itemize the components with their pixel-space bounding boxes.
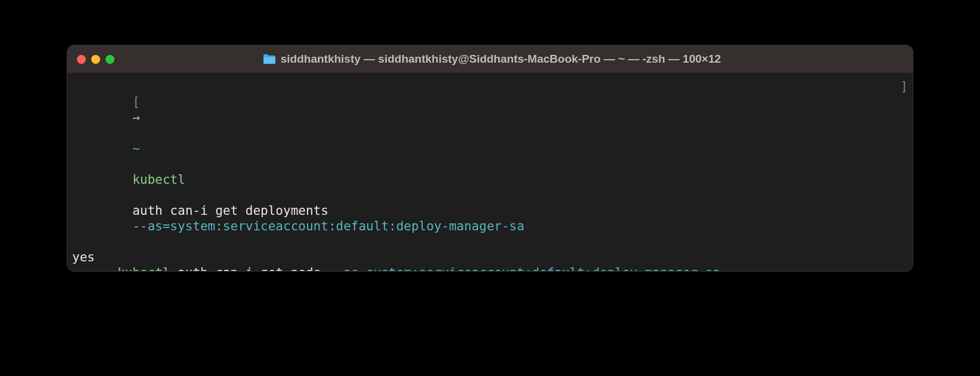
command-line-2: → ~ kubectl auth can-i get pods --as=sys…	[72, 265, 908, 272]
prompt-arrow-icon: →	[132, 110, 140, 125]
bracket-close: ]	[900, 79, 908, 249]
terminal-window[interactable]: siddhantkhisty — siddhantkhisty@Siddhant…	[67, 45, 913, 272]
output-line-1: yes	[72, 249, 908, 265]
output-text: yes	[72, 249, 95, 265]
title-text: siddhantkhisty — siddhantkhisty@Siddhant…	[281, 53, 721, 66]
command-line-1: [ → ~ kubectl auth can-i get deployments…	[72, 79, 908, 249]
command-name: kubectl	[117, 265, 170, 272]
title-bar[interactable]: siddhantkhisty — siddhantkhisty@Siddhant…	[67, 45, 913, 73]
folder-icon	[263, 54, 276, 64]
command-args: auth can-i get pods	[178, 265, 328, 272]
bracket-open: [	[132, 95, 140, 109]
command-args: auth can-i get deployments	[132, 204, 336, 218]
command-flag: --as=system:serviceaccount:default:deplo…	[328, 265, 720, 272]
prompt-arrow-icon: →	[80, 265, 88, 272]
terminal-body[interactable]: [ → ~ kubectl auth can-i get deployments…	[67, 73, 913, 271]
command-flag: --as=system:serviceaccount:default:deplo…	[132, 219, 524, 233]
prompt-tilde: ~	[103, 265, 110, 272]
minimize-icon[interactable]	[91, 55, 100, 64]
close-icon[interactable]	[77, 55, 86, 64]
prompt-tilde: ~	[132, 141, 140, 156]
traffic-lights	[77, 55, 114, 64]
maximize-icon[interactable]	[106, 55, 114, 64]
command-name: kubectl	[132, 172, 185, 187]
window-title: siddhantkhisty — siddhantkhisty@Siddhant…	[119, 53, 864, 66]
